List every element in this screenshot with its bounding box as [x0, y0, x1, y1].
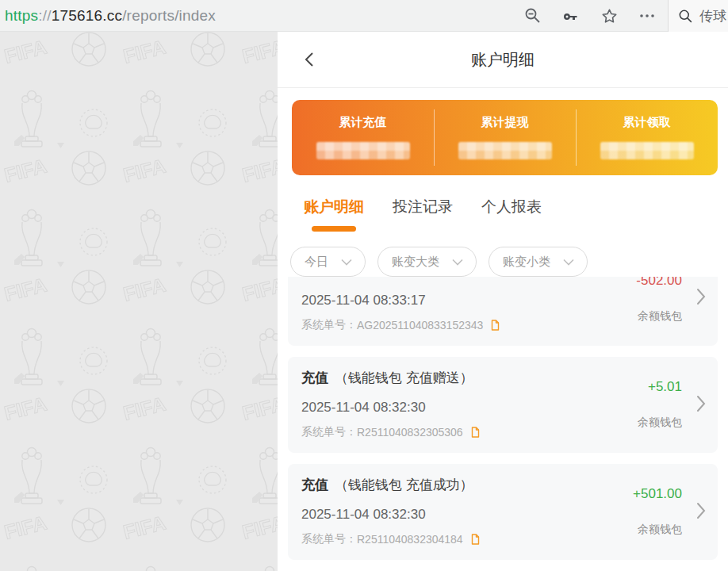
more-dots-icon[interactable]: [638, 6, 657, 25]
fifa-pattern-graphic: FIFA: [0, 32, 278, 571]
filter-label: 账变大类: [392, 255, 439, 270]
chevron-right-icon[interactable]: [696, 502, 706, 523]
transaction-right-column: +5.01 余额钱包: [638, 379, 682, 430]
transaction-datetime: 2025-11-04 08:33:17: [301, 293, 630, 308]
transaction-right-column: +501.00 余额钱包: [633, 486, 682, 537]
url-field[interactable]: https://175616.cc/reports/index: [0, 7, 216, 25]
transaction-amount: +5.01: [638, 379, 682, 395]
chevron-right-icon[interactable]: [696, 395, 706, 416]
copy-icon[interactable]: [469, 426, 481, 439]
summary-total-claimed: 累计领取: [576, 100, 718, 175]
find-in-page-box[interactable]: 传球: [668, 0, 728, 32]
transaction-list[interactable]: 2025-11-04 08:33:17 系统单号： AG202511040833…: [278, 277, 728, 571]
summary-card: 累计充值 累计提现 累计领取: [292, 100, 718, 175]
find-box-text: 传球: [699, 7, 726, 25]
tab-bet-records[interactable]: 投注记录: [393, 197, 453, 232]
order-number: AG202511040833152343: [357, 319, 483, 331]
summary-label: 累计提现: [434, 115, 576, 130]
transaction-amount: -502.00: [636, 277, 682, 289]
filter-label: 今日: [305, 255, 328, 270]
order-number: R2511040832304184: [357, 533, 463, 546]
search-icon: [678, 9, 693, 24]
transaction-order-line: 系统单号： R2511040832305306: [301, 425, 630, 439]
transaction-datetime: 2025-11-04 08:32:30: [301, 400, 630, 416]
tab-personal-report[interactable]: 个人报表: [481, 197, 542, 232]
order-number: R2511040832305306: [357, 426, 463, 439]
transaction-wallet: 余额钱包: [638, 416, 682, 430]
tab-label: 投注记录: [393, 198, 453, 215]
url-separator: ://: [38, 7, 51, 24]
copy-icon[interactable]: [489, 319, 500, 331]
transaction-title: 充值（钱能钱包 充值赠送）: [301, 369, 630, 387]
key-icon[interactable]: [561, 6, 580, 25]
page-title: 账户明细: [471, 49, 535, 71]
chevron-down-icon: [452, 259, 463, 266]
url-host: 175616.cc: [52, 7, 122, 24]
transaction-wallet: 余额钱包: [636, 309, 682, 324]
tab-account-details[interactable]: 账户明细: [304, 197, 364, 232]
bookmark-star-icon[interactable]: [600, 6, 619, 25]
masked-value: [600, 142, 694, 159]
masked-value: [316, 142, 410, 159]
chevron-down-icon: [563, 259, 574, 266]
transaction-amount: +501.00: [633, 486, 682, 502]
summary-label: 累计充值: [292, 115, 434, 130]
transaction-order-line: 系统单号： AG202511040833152343: [301, 318, 630, 332]
active-tab-underline: [312, 226, 356, 232]
browser-address-bar: https://175616.cc/reports/index: [0, 0, 728, 32]
url-path: /reports/index: [122, 7, 216, 24]
page-header: 账户明细: [278, 32, 728, 88]
summary-total-withdraw: 累计提现: [434, 100, 576, 175]
chevron-down-icon: [341, 259, 352, 266]
transaction-row[interactable]: 充值（钱能钱包 充值赠送） 2025-11-04 08:32:30 系统单号： …: [288, 357, 718, 453]
watermark-background: FIFA: [0, 32, 278, 571]
transaction-right-column: -502.00 余额钱包: [636, 277, 682, 324]
transaction-title: 充值（钱能钱包 充值成功）: [301, 476, 630, 494]
summary-label: 累计领取: [576, 115, 718, 130]
app-panel: 账户明细 累计充值 累计提现 累计领取 账户明细 投注记录: [278, 32, 728, 571]
summary-total-deposit: 累计充值: [292, 100, 434, 175]
transaction-title: [301, 277, 630, 280]
tab-bar: 账户明细 投注记录 个人报表: [278, 175, 728, 232]
filter-label: 账变小类: [503, 255, 550, 270]
chevron-right-icon[interactable]: [696, 288, 706, 308]
order-label: 系统单号：: [301, 318, 357, 332]
zoom-out-icon[interactable]: [523, 6, 542, 25]
filter-major-type-dropdown[interactable]: 账变大类: [377, 247, 477, 277]
order-label: 系统单号：: [301, 425, 357, 439]
tab-label: 个人报表: [481, 198, 542, 215]
url-scheme: https: [5, 7, 38, 24]
order-label: 系统单号：: [301, 532, 357, 546]
copy-icon[interactable]: [469, 533, 481, 546]
screen: https://175616.cc/reports/index: [0, 0, 728, 571]
chevron-left-icon: [301, 50, 319, 69]
tab-label: 账户明细: [304, 198, 364, 215]
transaction-datetime: 2025-11-04 08:32:30: [301, 507, 630, 523]
transaction-order-line: 系统单号： R2511040832304184: [301, 532, 630, 546]
transaction-wallet: 余额钱包: [633, 523, 682, 537]
filter-bar: 今日 账变大类 账变小类: [278, 232, 728, 277]
filter-date-dropdown[interactable]: 今日: [290, 247, 366, 277]
transaction-row[interactable]: 充值（钱能钱包 充值成功） 2025-11-04 08:32:30 系统单号： …: [288, 464, 718, 560]
back-button[interactable]: [300, 49, 320, 70]
transaction-row[interactable]: 2025-11-04 08:33:17 系统单号： AG202511040833…: [288, 277, 718, 346]
filter-minor-type-dropdown[interactable]: 账变小类: [489, 247, 588, 277]
masked-value: [458, 142, 552, 159]
address-bar-actions: [523, 0, 657, 32]
